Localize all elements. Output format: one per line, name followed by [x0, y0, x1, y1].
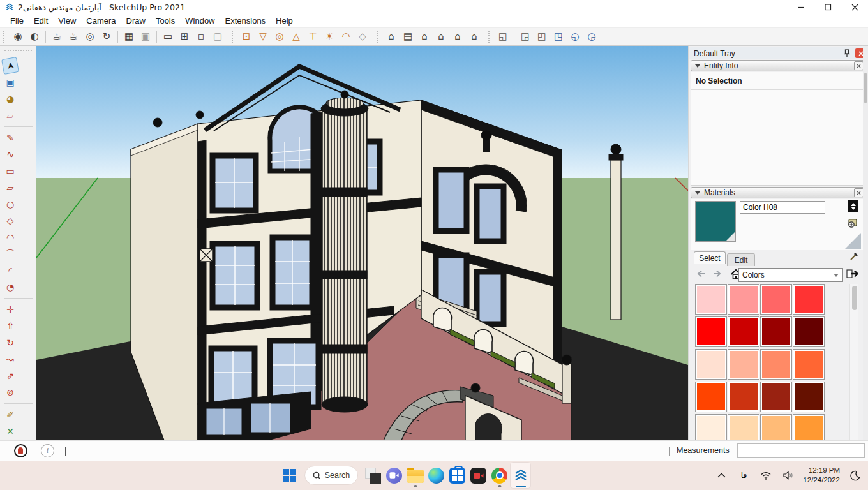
toolbar-view-top-button[interactable]: ▤: [400, 29, 416, 45]
toolbar-subtract-button[interactable]: ◳: [550, 29, 567, 45]
geolocation-button[interactable]: [14, 444, 27, 457]
volume-button[interactable]: [780, 462, 797, 489]
scrollbar-thumb[interactable]: [864, 73, 867, 103]
minimize-button[interactable]: [788, 0, 814, 14]
toolbar-spot-light-button[interactable]: △: [288, 29, 304, 45]
color-swatch[interactable]: [760, 316, 792, 347]
tool-follow-me[interactable]: ↝: [3, 352, 18, 367]
color-swatch[interactable]: [728, 382, 760, 412]
tool-rectangle[interactable]: ▭: [3, 163, 18, 179]
tool-rotated-rectangle[interactable]: ▱: [3, 180, 18, 195]
menu-draw[interactable]: Draw: [121, 15, 151, 27]
tool-three-point-arc[interactable]: ◜: [3, 263, 18, 278]
tray-title-bar[interactable]: Default Tray: [689, 47, 868, 59]
forward-button[interactable]: [711, 269, 724, 281]
tray-scrollbar[interactable]: [863, 46, 868, 440]
focus-assist-button[interactable]: [846, 462, 863, 489]
toolbar-dome-light-button[interactable]: ◠: [338, 29, 354, 45]
model-canvas[interactable]: [36, 46, 688, 440]
toolbar-vray-refresh-button[interactable]: ↻: [98, 29, 115, 45]
sample-paint-button[interactable]: [849, 251, 860, 262]
tool-paint-bucket[interactable]: ◕: [3, 91, 18, 107]
material-name-input[interactable]: [740, 201, 825, 214]
tool-pie[interactable]: ◔: [3, 279, 18, 295]
tab-edit[interactable]: Edit: [727, 253, 755, 266]
tool-make-component[interactable]: ▣: [3, 75, 18, 90]
info-button[interactable]: i: [41, 444, 54, 457]
tray-chevron-button[interactable]: [714, 462, 729, 489]
active-material-swatch[interactable]: [695, 201, 736, 242]
tool-two-point-arc[interactable]: ⌒: [3, 246, 18, 262]
secondary-pane-toggle-icon[interactable]: [848, 200, 858, 212]
toolbar-mesh-light-button[interactable]: ◇: [354, 29, 371, 45]
entity-info-header[interactable]: Entity Info: [691, 60, 867, 71]
toolbar-intersect-button[interactable]: ◲: [517, 29, 534, 45]
color-swatch[interactable]: [760, 414, 792, 440]
color-swatch[interactable]: [728, 316, 760, 347]
entity-info-close-button[interactable]: [854, 61, 864, 70]
toolbar-rectangle-light-button[interactable]: ▽: [255, 29, 271, 45]
menu-window[interactable]: Window: [180, 15, 220, 27]
toolbar-sphere-light-button[interactable]: ◎: [271, 29, 288, 45]
sample-paint-triangle[interactable]: [844, 233, 861, 249]
tool-dimension[interactable]: ✕: [3, 424, 18, 439]
tool-line[interactable]: ✎: [3, 130, 18, 145]
tool-polygon[interactable]: ◇: [3, 213, 18, 228]
toolbar-vray-render-last-button[interactable]: ▦: [121, 29, 137, 45]
toolbar-chaos-cosmos-button[interactable]: ◎: [82, 29, 98, 45]
menu-edit[interactable]: Edit: [29, 15, 53, 27]
start-button[interactable]: [279, 462, 300, 489]
color-swatch[interactable]: [695, 349, 727, 380]
tool-move[interactable]: ✛: [3, 302, 18, 317]
materials-close-button[interactable]: [854, 188, 864, 197]
toolbar-vray-pack-project-button[interactable]: ▫: [193, 29, 209, 45]
tool-push-pull[interactable]: ⇧: [3, 318, 18, 334]
color-swatch[interactable]: [728, 349, 760, 380]
taskbar-clock[interactable]: 12:19 PM 12/24/2022: [803, 466, 840, 485]
color-swatch[interactable]: [793, 414, 825, 440]
color-swatch[interactable]: [728, 284, 760, 315]
toolbar-omni-light-button[interactable]: ☀: [321, 29, 338, 45]
toolbar-vray-asset-editor-button[interactable]: ◐: [26, 29, 43, 45]
toolbar-view-right-button[interactable]: ⌂: [433, 29, 449, 45]
toolbar-trim-button[interactable]: ◵: [567, 29, 583, 45]
close-button[interactable]: [841, 0, 868, 14]
tool-arc[interactable]: ◠: [3, 230, 18, 245]
toolbar-ies-light-button[interactable]: ⊤: [304, 29, 321, 45]
taskbar-app-store[interactable]: [447, 462, 468, 489]
menu-extensions[interactable]: Extensions: [220, 15, 271, 27]
color-swatch[interactable]: [760, 382, 792, 412]
colors-scrollbar[interactable]: [849, 284, 858, 440]
color-swatch[interactable]: [728, 414, 760, 440]
wifi-button[interactable]: [758, 462, 774, 489]
color-swatch[interactable]: [695, 382, 727, 412]
pin-button[interactable]: [841, 48, 853, 59]
tool-tape-measure[interactable]: ✐: [3, 407, 18, 422]
toolbar-vray-region-render-button[interactable]: ▣: [137, 29, 154, 45]
measurements-input[interactable]: [737, 443, 865, 458]
tool-select[interactable]: ➤: [1, 57, 19, 75]
menu-tools[interactable]: Tools: [151, 15, 180, 27]
model-viewport[interactable]: [36, 46, 688, 440]
taskbar-app-screen-clip[interactable]: [363, 462, 384, 489]
tool-scale[interactable]: ⇗: [3, 368, 18, 383]
menu-help[interactable]: Help: [271, 15, 298, 27]
color-swatch[interactable]: [695, 316, 727, 347]
toolbar-outer-shell-button[interactable]: ◱: [495, 29, 511, 45]
toolbar-union-button[interactable]: ◰: [534, 29, 550, 45]
back-button[interactable]: [694, 269, 707, 281]
toolbar-view-front-button[interactable]: ⌂: [416, 29, 433, 45]
color-swatch[interactable]: [793, 349, 825, 380]
toolbar-vray-lock-button[interactable]: ▢: [209, 29, 226, 45]
toolbar-view-back-button[interactable]: ⌂: [449, 29, 466, 45]
tool-offset[interactable]: ⊚: [3, 385, 18, 400]
toolbar-vray-logo-button[interactable]: ◉: [10, 29, 26, 45]
taskbar-app-screen-recorder[interactable]: [468, 462, 489, 489]
taskbar-app-edge[interactable]: [426, 462, 447, 489]
color-swatch[interactable]: [695, 284, 727, 315]
menu-view[interactable]: View: [53, 15, 81, 27]
scrollbar-thumb[interactable]: [852, 286, 857, 310]
taskbar-app-sketchup[interactable]: [510, 462, 531, 489]
taskbar-app-chat[interactable]: [384, 462, 405, 489]
tab-select[interactable]: Select: [694, 251, 726, 264]
